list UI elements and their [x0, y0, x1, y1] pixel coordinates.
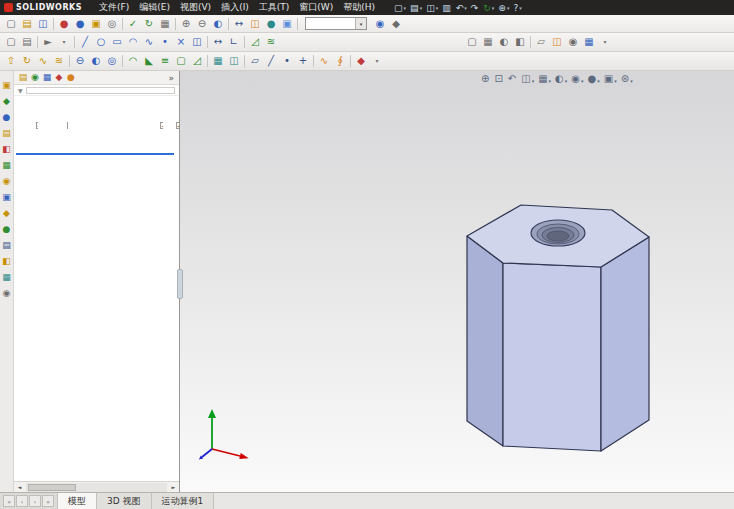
toolbar-button[interactable]: ◐: [210, 16, 226, 31]
toolbar-button[interactable]: ▤: [19, 16, 35, 31]
tab-model[interactable]: 模型: [58, 493, 97, 509]
side-toolbar-button[interactable]: ◉: [1, 288, 13, 299]
toolbar-button[interactable]: ●: [56, 16, 72, 31]
toolbar-button[interactable]: ╱: [263, 54, 279, 69]
quick-button[interactable]: ?▾: [511, 2, 523, 14]
toolbar-button[interactable]: +: [295, 54, 311, 69]
headsup-button[interactable]: ▣▾: [603, 73, 618, 85]
triad-z-axis[interactable]: [202, 449, 212, 457]
tree-item[interactable]: ◆ 零件1 (默认<<默认>_外观 显: [14, 119, 23, 132]
triad-x-arrow-icon[interactable]: [239, 453, 248, 459]
headsup-button[interactable]: ◫▾: [520, 73, 535, 85]
toolbar-button[interactable]: ▢: [173, 54, 189, 69]
toolbar-button[interactable]: ◧: [512, 35, 528, 50]
toolbar-button[interactable]: ▾: [369, 54, 385, 69]
toolbar-button[interactable]: ◐: [88, 54, 104, 69]
toolbar-button[interactable]: ◫: [35, 16, 51, 31]
triad-x-axis[interactable]: [212, 449, 240, 456]
side-toolbar-button[interactable]: ◧: [1, 256, 13, 267]
tree-item[interactable]: ▱ 右视基准面: [116, 119, 132, 132]
panel-tab-button[interactable]: ▤: [17, 72, 29, 84]
part-right-face[interactable]: [601, 237, 649, 451]
first-study-button[interactable]: «: [3, 495, 15, 507]
quick-button[interactable]: ▥: [440, 2, 454, 14]
toolbar-button[interactable]: ↔: [210, 35, 226, 50]
menu-window[interactable]: 窗口(W): [294, 1, 338, 14]
toolbar-button[interactable]: ◫: [226, 54, 242, 69]
headsup-button[interactable]: ⊕: [480, 73, 491, 85]
expander-toggle[interactable]: +: [176, 122, 179, 129]
panel-tab-button[interactable]: ●: [65, 72, 77, 84]
menu-view[interactable]: 视图(V): [175, 1, 216, 14]
toolbar-button[interactable]: •: [157, 35, 173, 50]
side-toolbar-button[interactable]: ▤: [1, 240, 13, 251]
toolbar-button[interactable]: ↻: [19, 54, 35, 69]
toolbar-button[interactable]: ◫: [549, 35, 565, 50]
scroll-left-icon[interactable]: ◄: [14, 482, 25, 492]
side-toolbar-button[interactable]: ◉: [1, 176, 13, 187]
toolbar-button[interactable]: ≡: [157, 54, 173, 69]
toolbar-button[interactable]: ▭: [109, 35, 125, 50]
toolbar-button[interactable]: ▾: [597, 35, 613, 50]
scroll-right-icon[interactable]: ►: [168, 482, 179, 492]
side-toolbar-button[interactable]: ●: [1, 112, 13, 123]
toolbar-button[interactable]: ●: [72, 16, 88, 31]
toolbar-button[interactable]: ◎: [104, 54, 120, 69]
menu-insert[interactable]: 插入(I): [216, 1, 254, 14]
side-toolbar-button[interactable]: ◆: [1, 96, 13, 107]
panel-tab-button[interactable]: ◆: [53, 72, 65, 84]
toolbar-button[interactable]: ∿: [316, 54, 332, 69]
menu-help[interactable]: 帮助(H): [338, 1, 380, 14]
scrollbar-track[interactable]: [26, 483, 167, 492]
part-left-face[interactable]: [467, 236, 503, 446]
side-toolbar-button[interactable]: ▤: [1, 128, 13, 139]
toolbar-button[interactable]: ▢: [464, 35, 480, 50]
tree-item[interactable]: ◉ 传感器: [38, 119, 53, 132]
tree-item[interactable]: ≡ 材质 <未指定>: [68, 119, 85, 132]
combobox-dropdown-icon[interactable]: ▾: [355, 18, 366, 29]
panel-horizontal-scrollbar[interactable]: ◄ ►: [14, 481, 179, 492]
tab-motion-study[interactable]: 运动算例1: [152, 493, 215, 509]
toolbar-button[interactable]: ⊖: [72, 54, 88, 69]
side-toolbar-button[interactable]: ▦: [1, 272, 13, 283]
toolbar-button[interactable]: ✓: [125, 16, 141, 31]
menu-tools[interactable]: 工具(T): [254, 1, 295, 14]
side-toolbar-button[interactable]: ▣: [1, 80, 13, 91]
last-study-button[interactable]: »: [42, 495, 54, 507]
quick-button[interactable]: ⊛▾: [496, 2, 511, 14]
toolbar-button[interactable]: ◫: [189, 35, 205, 50]
toolbar-button[interactable]: ►: [40, 35, 56, 50]
toolbar-button[interactable]: ▦: [480, 35, 496, 50]
headsup-button[interactable]: ◉▾: [570, 73, 584, 85]
toolbar-button[interactable]: ◎: [104, 16, 120, 31]
side-toolbar-button[interactable]: ▦: [1, 160, 13, 171]
side-toolbar-button[interactable]: ●: [1, 224, 13, 235]
panel-splitter-handle[interactable]: [177, 269, 183, 299]
tree-item[interactable]: + ◧ 凸台-拉伸1: [147, 119, 163, 132]
toolbar-button[interactable]: ◠: [125, 54, 141, 69]
toolbar-button[interactable]: ∮: [332, 54, 348, 69]
quick-button[interactable]: ↷: [469, 2, 482, 14]
next-study-button[interactable]: ›: [29, 495, 41, 507]
headsup-button[interactable]: ▦▾: [537, 73, 552, 85]
quick-button[interactable]: ↻▾: [481, 2, 496, 14]
tree-item[interactable]: + ◎ M18 螺纹孔1: [163, 119, 179, 132]
toolbar-button[interactable]: ◫: [247, 16, 263, 31]
headsup-button[interactable]: ◐▾: [554, 73, 568, 85]
toolbar-combobox[interactable]: ▾: [305, 17, 367, 30]
menu-file[interactable]: 文件(F): [94, 1, 134, 14]
quick-button[interactable]: ↶▾: [454, 2, 469, 14]
toolbar-button[interactable]: ∟: [226, 35, 242, 50]
headsup-button[interactable]: ⊡: [493, 73, 504, 85]
toolbar-button[interactable]: ◉: [565, 35, 581, 50]
tree-item[interactable]: ▱ 前视基准面: [85, 119, 101, 132]
headsup-button[interactable]: ↶: [507, 73, 518, 85]
toolbar-button[interactable]: ◆: [388, 16, 404, 31]
toolbar-button[interactable]: ▤: [19, 35, 35, 50]
toolbar-button[interactable]: ○: [93, 35, 109, 50]
toolbar-button[interactable]: ▢: [3, 35, 19, 50]
tree-item[interactable]: + A 注解: [54, 119, 69, 132]
toolbar-button[interactable]: ◐: [496, 35, 512, 50]
toolbar-button[interactable]: ▣: [88, 16, 104, 31]
toolbar-button[interactable]: ▱: [533, 35, 549, 50]
